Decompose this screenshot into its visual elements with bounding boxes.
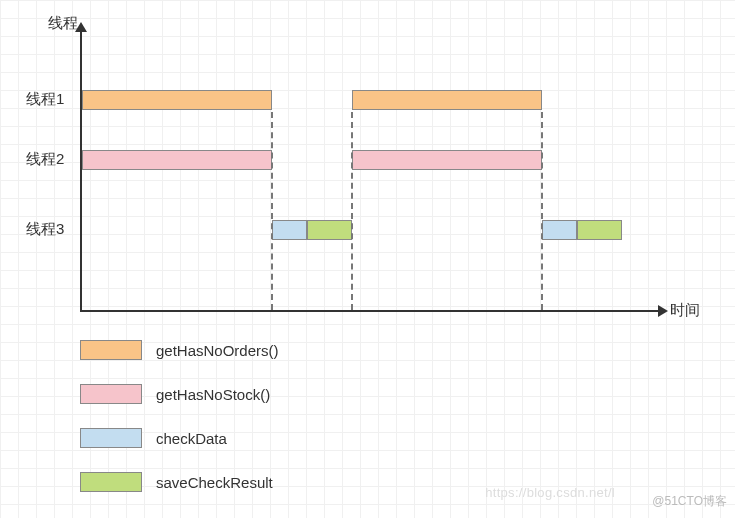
diagram-canvas: 线程 时间 线程1 线程2 线程3 getHasNoOrders() getHa… [0, 0, 735, 518]
legend: getHasNoOrders() getHasNoStock() checkDa… [80, 338, 279, 514]
y-axis-label: 线程 [48, 14, 78, 33]
legend-item-check: checkData [80, 426, 279, 450]
row-label-thread3: 线程3 [26, 220, 64, 239]
watermark-main: @51CTO博客 [652, 493, 727, 510]
legend-swatch-check [80, 428, 142, 448]
bar-thread3-save-2 [577, 220, 622, 240]
x-axis-label: 时间 [670, 301, 700, 320]
dashed-guide-2 [351, 112, 353, 310]
watermark-faded: https://blog.csdn.net/l [485, 485, 615, 500]
bar-thread2-stock-2 [352, 150, 542, 170]
y-axis [80, 30, 82, 310]
dashed-guide-3 [541, 112, 543, 310]
legend-item-save: saveCheckResult [80, 470, 279, 494]
bar-thread3-check-2 [542, 220, 577, 240]
bar-thread2-stock-1 [82, 150, 272, 170]
dashed-guide-1 [271, 112, 273, 310]
legend-swatch-save [80, 472, 142, 492]
legend-label-orders: getHasNoOrders() [156, 342, 279, 359]
bar-thread1-orders-2 [352, 90, 542, 110]
bar-thread1-orders-1 [82, 90, 272, 110]
legend-swatch-stock [80, 384, 142, 404]
legend-item-stock: getHasNoStock() [80, 382, 279, 406]
legend-swatch-orders [80, 340, 142, 360]
legend-label-check: checkData [156, 430, 227, 447]
legend-label-save: saveCheckResult [156, 474, 273, 491]
row-label-thread1: 线程1 [26, 90, 64, 109]
legend-item-orders: getHasNoOrders() [80, 338, 279, 362]
row-label-thread2: 线程2 [26, 150, 64, 169]
bar-thread3-save-1 [307, 220, 352, 240]
bar-thread3-check-1 [272, 220, 307, 240]
legend-label-stock: getHasNoStock() [156, 386, 270, 403]
x-axis [80, 310, 660, 312]
